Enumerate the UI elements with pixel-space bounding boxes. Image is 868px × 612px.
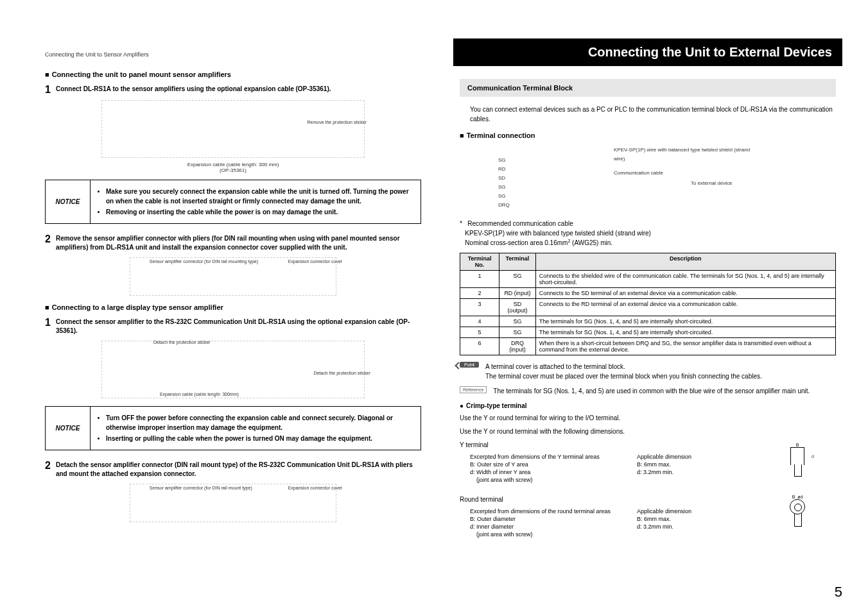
- diagram-label-cover: Expansion connector cover: [288, 259, 342, 264]
- round-terminal-title: Round terminal: [460, 495, 836, 504]
- y-terminal-section: Y terminal Excerpted from dimensions of …: [460, 440, 836, 483]
- footnote: * Recommended communication cable KPEV-S…: [460, 219, 836, 248]
- crimp-text: Use the Y or round terminal for wiring t…: [460, 413, 836, 423]
- notice-content: Make sure you securely connect the expan…: [91, 180, 421, 223]
- notice-bullet: Inserting or pulling the cable when the …: [106, 434, 414, 443]
- step-2-large: 2 Detach the sensor amplifier connector …: [45, 461, 421, 479]
- diagram-panel-2: Sensor amplifier connector (for DIN rail…: [130, 257, 336, 296]
- page-title: Connecting the Unit to External Devices: [453, 38, 842, 66]
- table-row: 3SD (output)Connects to the RD terminal …: [460, 299, 836, 316]
- round-terminal-section: Round terminal Excerpted from dimensions…: [460, 495, 836, 538]
- crimp-text: Use the Y or round terminal with the fol…: [460, 427, 836, 436]
- diagram-label-detach2: Detach the protection sticker: [313, 371, 370, 375]
- table-row: 6DRQ (input)When there is a short-circui…: [460, 338, 836, 355]
- reference-text: The terminals for SG (Nos. 1, 4, and 5) …: [493, 386, 810, 396]
- diagram-panel-1: Remove the protection sticker: [101, 100, 365, 158]
- notice-bullet: Removing or inserting the cable while th…: [106, 207, 414, 217]
- table-row: 5SGThe terminals for SG (Nos. 1, 4, and …: [460, 327, 836, 338]
- page-number: 5: [835, 584, 842, 600]
- reference-callout: Reference The terminals for SG (Nos. 1, …: [460, 386, 836, 396]
- table-row: 1SGConnects to the shielded wire of the …: [460, 271, 836, 288]
- round-terminal-icon: B ød: [785, 495, 810, 533]
- notice-label: NOTICE: [46, 180, 91, 223]
- step-number: 1: [45, 85, 51, 95]
- step-text: Connect the sensor amplifier to the RS-2…: [56, 318, 421, 336]
- diagram-label-connector: Sensor amplifier connector (for DIN rail…: [150, 486, 252, 490]
- breadcrumb: Connecting the Unit to Sensor Amplifiers: [45, 51, 421, 58]
- reference-tag: Reference: [460, 386, 487, 393]
- y-terminal-title: Y terminal: [460, 440, 836, 450]
- table-row: 4SGThe terminals for SG (Nos. 1, 4, and …: [460, 316, 836, 327]
- terminal-right-labels: KPEV-SP(1P) wire with balanced type twis…: [614, 146, 755, 188]
- notice-label: NOTICE: [46, 407, 91, 450]
- point-callout: Point A terminal cover is attached to th…: [460, 362, 836, 381]
- left-column: Connecting the Unit to Sensor Amplifiers…: [45, 38, 421, 593]
- diagram-label-cable: Expansion cable (cable length: 300mm): [160, 392, 239, 396]
- notice-box-1: NOTICE Make sure you securely connect th…: [45, 180, 421, 224]
- notice-content: Turn OFF the power before connecting the…: [91, 407, 421, 450]
- right-column: Connecting the Unit to External Devices …: [460, 38, 836, 593]
- step-1-large: 1 Connect the sensor amplifier to the RS…: [45, 318, 421, 336]
- step-text: Remove the sensor amplifier connector wi…: [56, 234, 421, 252]
- diagram-label-remove: Remove the protection sticker: [307, 120, 367, 124]
- section-heading: Communication Terminal Block: [460, 79, 836, 97]
- terminal-diagram: SG RD SD SG SG DRQ KPEV-SP(1P) wire with…: [498, 146, 755, 210]
- step-number: 2: [45, 461, 51, 471]
- th-terminal-no: Terminal No.: [460, 253, 499, 271]
- terminal-pin-labels: SG RD SD SG SG DRQ: [498, 156, 510, 210]
- step-text: Connect DL-RS1A to the sensor amplifiers…: [56, 85, 331, 94]
- notice-box-2: NOTICE Turn OFF the power before connect…: [45, 406, 421, 450]
- notice-bullet: Make sure you securely connect the expan…: [106, 187, 414, 206]
- step-number: 1: [45, 318, 51, 328]
- step-number: 2: [45, 234, 51, 244]
- heading-terminal-connection: Terminal connection: [460, 132, 836, 139]
- heading-large-display: Connecting to a large display type senso…: [45, 303, 421, 311]
- step-text: Detach the sensor amplifier connector (D…: [56, 461, 421, 479]
- table-row: 2RD (input)Connects to the SD terminal o…: [460, 288, 836, 299]
- diagram-label-cover: Expansion connector cover: [288, 486, 342, 490]
- heading-crimp: Crimp-type terminal: [460, 402, 836, 409]
- diagram-label-detach: Detach the protection sticker: [153, 340, 211, 344]
- diagram-large-2: Sensor amplifier connector (for DIN rail…: [130, 484, 336, 522]
- th-description: Description: [535, 253, 835, 271]
- y-terminal-icon: B d: [785, 443, 810, 481]
- notice-bullet: Turn OFF the power before connecting the…: [106, 413, 414, 432]
- diagram-large-1: Detach the protection sticker Detach the…: [101, 341, 365, 398]
- th-terminal: Terminal: [499, 253, 536, 271]
- diagram-caption-cable: Expansion cable (cable length: 300 mm) (…: [45, 162, 421, 173]
- point-text: A terminal cover is attached to the term…: [485, 362, 762, 381]
- step-2-panel: 2 Remove the sensor amplifier connector …: [45, 234, 421, 252]
- point-tag: Point: [460, 362, 479, 368]
- intro-text: You can connect external devices such as…: [470, 105, 836, 124]
- step-1-panel: 1 Connect DL-RS1A to the sensor amplifie…: [45, 85, 421, 95]
- diagram-label-connector: Sensor amplifier connector (for DIN rail…: [150, 259, 258, 264]
- heading-panel-mount: Connecting the unit to panel mount senso…: [45, 71, 421, 78]
- terminal-table: Terminal No. Terminal Description 1SGCon…: [460, 253, 836, 355]
